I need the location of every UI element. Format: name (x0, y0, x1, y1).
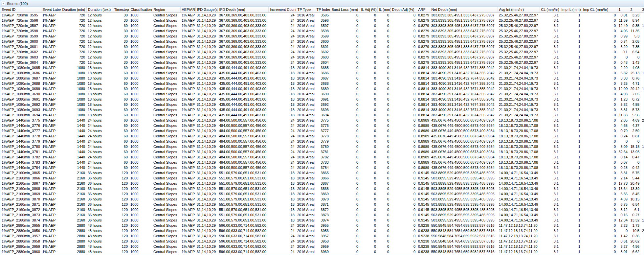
cell-arf[interactable]: 0.9238 (417, 233, 430, 239)
cell-duration-text[interactable]: 24 hours (86, 123, 113, 128)
cell-ifd-depth[interactable]: 435.00,444.00,491.00,403.00 (218, 97, 268, 102)
cell-c2[interactable]: 13.39 (629, 186, 641, 191)
cell-ifd-gauges[interactable]: 31,14,10,29 (195, 112, 218, 118)
cell-tp-type[interactable]: 2016 Areal (296, 170, 315, 175)
cell-imp-cl[interactable]: 0 (582, 28, 617, 34)
cell-il[interactable]: 0 (377, 223, 390, 228)
cell-il[interactable]: 0 (377, 128, 390, 133)
cell-imp-cl[interactable]: 0 (582, 60, 617, 65)
cell-duration-min[interactable]: 2160 (61, 218, 86, 223)
cell-arf[interactable]: 0.8279 (417, 34, 430, 39)
cell-imp-cl[interactable]: 0 (582, 175, 617, 181)
cell-tp-type[interactable]: 2016 Areal (296, 191, 315, 197)
cell-event-id[interactable]: 1%AEP_1440min_3782 (0, 154, 41, 160)
cell-region[interactable]: Central Slopes (152, 144, 180, 149)
cell-increment-count[interactable]: 18 (268, 112, 296, 118)
cell-c2[interactable]: 5.56 (629, 112, 641, 118)
cell-region[interactable]: Central Slopes (152, 112, 180, 118)
cell-timestep[interactable]: 120 (113, 223, 129, 228)
cell-ifd-gauges[interactable]: 31,14,10,29 (195, 228, 218, 233)
cell-increment-count[interactable]: 18 (268, 207, 296, 212)
cell-region[interactable]: Central Slopes (152, 165, 180, 170)
cell-c3[interactable] (641, 44, 644, 49)
cell-c3[interactable] (641, 112, 644, 118)
cell-duration-text[interactable]: 24 hours (86, 149, 113, 154)
cell-imp-cl[interactable]: 0 (582, 233, 617, 239)
cell-c1[interactable]: 2.29 (617, 65, 629, 70)
cell-burst-loss[interactable]: 0 (330, 97, 360, 102)
cell-tp-index[interactable]: 3867 (315, 181, 330, 186)
cell-classification[interactable]: 1000 (129, 191, 152, 197)
cell-ifd-gauges[interactable]: 31,14,10,29 (195, 165, 218, 170)
cell-cl[interactable]: 3.1 (540, 175, 560, 181)
cell-c2[interactable]: 13.32 (629, 218, 641, 223)
cell-c3[interactable] (641, 191, 644, 197)
cell-c2[interactable]: 4.55 (629, 102, 641, 107)
table-row[interactable]: 1%AEP_2160min_38691% AEP216036 hours1201… (0, 191, 644, 197)
cell-arf[interactable]: 0.9145 (417, 202, 430, 207)
cell-event-label[interactable]: 1% AEP (41, 102, 61, 107)
cell-event-label[interactable]: 1% AEP (41, 191, 61, 197)
cell-arf[interactable]: 0.8279 (417, 18, 430, 23)
cell-event-label[interactable]: 1% AEP (41, 12, 61, 18)
cell-arf[interactable]: 0.8279 (417, 44, 430, 49)
cell-tp-index[interactable]: 3600 (315, 39, 330, 44)
cell-region[interactable]: Central Slopes (152, 212, 180, 218)
table-row[interactable]: 1%AEP_720min_36041% AEP72012 hours301000… (0, 60, 644, 65)
cell-burst-loss[interactable]: 0 (330, 55, 360, 60)
cell-imp-il[interactable]: 1 (560, 60, 582, 65)
cell-event-id[interactable]: 1%AEP_720min_3595 (0, 12, 41, 18)
table-row[interactable]: 1%AEP_1440min_37841% AEP144024 hours6010… (0, 165, 644, 170)
cell-timestep[interactable]: 120 (113, 212, 129, 218)
cell-tp-type[interactable]: 2016 Areal (296, 244, 315, 249)
cell-imp-il[interactable]: 1 (560, 207, 582, 212)
cell-duration-text[interactable]: 18 hours (86, 102, 113, 107)
cell-c1[interactable]: 0.28 (617, 165, 629, 170)
cell-ifd-gauges[interactable]: 31,14,10,29 (195, 76, 218, 81)
cell-duration-min[interactable]: 1440 (61, 160, 86, 165)
cell-event-label[interactable]: 1% AEP (41, 144, 61, 149)
cell-duration-text[interactable]: 36 hours (86, 212, 113, 218)
cell-il-adj[interactable]: 0 (360, 70, 377, 76)
cell-arf[interactable]: 0.8989 (417, 118, 430, 123)
cell-tp-type[interactable]: 2016 Areal (296, 223, 315, 228)
cell-ifd-gauges[interactable]: 31,14,10,29 (195, 49, 218, 55)
cell-duration-text[interactable]: 36 hours (86, 175, 113, 181)
cell-ifd-depth[interactable]: 367.00,369.00,403.00,333.00 (218, 49, 268, 55)
cell-event-id[interactable]: 1%AEP_1080min_3690 (0, 91, 41, 97)
cell-region[interactable]: Central Slopes (152, 133, 180, 139)
cell-tp-index[interactable]: 3775 (315, 118, 330, 123)
cell-event-id[interactable]: 1%AEP_1440min_3781 (0, 149, 41, 154)
cell-duration-min[interactable]: 2160 (61, 212, 86, 218)
table-row[interactable]: 1%AEP_1080min_36941% AEP108018 hours6010… (0, 112, 644, 118)
cell-imp-il[interactable]: 1 (560, 170, 582, 175)
table-row[interactable]: 1%AEP_2880min_39591% AEP288048 hours1201… (0, 244, 644, 249)
cell-duration-min[interactable]: 2160 (61, 202, 86, 207)
cell-timestep[interactable]: 60 (113, 139, 129, 144)
cell-duration-text[interactable]: 48 hours (86, 244, 113, 249)
cell-c1[interactable]: 12.34 (617, 218, 629, 223)
cell-burst-loss[interactable]: 0 (330, 28, 360, 34)
cell-imp-il[interactable]: 1 (560, 186, 582, 191)
cell-il-adj[interactable]: 0 (360, 149, 377, 154)
cell-imp-il[interactable]: 1 (560, 202, 582, 207)
cell-tp-type[interactable]: 2016 Areal (296, 44, 315, 49)
cell-timestep[interactable]: 60 (113, 112, 129, 118)
cell-timestep[interactable]: 30 (113, 28, 129, 34)
cell-tp-type[interactable]: 2016 Areal (296, 34, 315, 39)
cell-net-depth[interactable]: 503.8895,529.4955,595.3395,485.5995 (430, 212, 498, 218)
cell-aep-ari[interactable]: 1% AEP (180, 60, 195, 65)
cell-c2[interactable]: 5.44 (629, 175, 641, 181)
cell-avg-int[interactable]: 18.13,18.73,20.86,17.08 (498, 118, 540, 123)
cell-net-depth[interactable]: 503.8895,529.4955,595.3395,485.5995 (430, 218, 498, 223)
cell-classification[interactable]: 1000 (129, 239, 152, 244)
cell-tp-index[interactable]: 3779 (315, 139, 330, 144)
cell-imp-il[interactable]: 1 (560, 112, 582, 118)
table-row[interactable]: 1%AEP_720min_36001% AEP72012 hours301000… (0, 39, 644, 44)
cell-duration-text[interactable]: 12 hours (86, 39, 113, 44)
cell-il-adj[interactable]: 0 (360, 186, 377, 191)
cell-avg-int[interactable]: 18.13,18.73,20.86,17.08 (498, 165, 540, 170)
cell-ifd-depth[interactable]: 435.00,444.00,491.00,403.00 (218, 76, 268, 81)
cell-c3[interactable] (641, 233, 644, 239)
cell-c3[interactable] (641, 207, 644, 212)
